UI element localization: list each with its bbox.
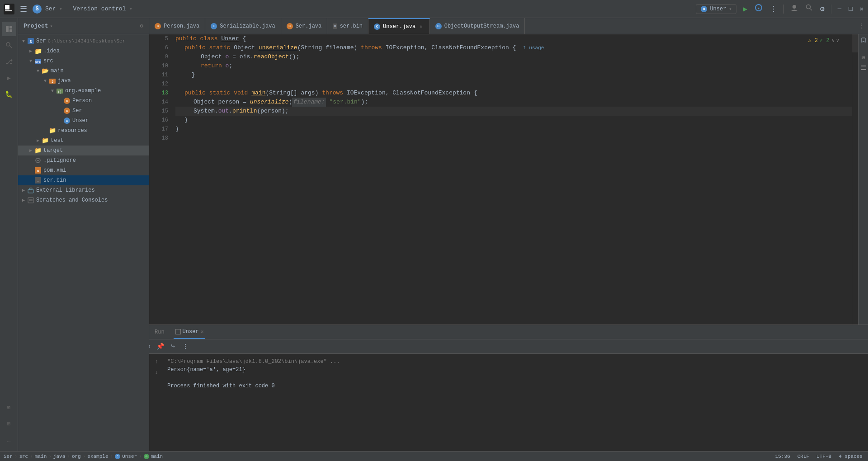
breadcrumb-unser[interactable]: Unser — [122, 454, 137, 459]
project-panel-header: Project ▾ ⚙ — [18, 18, 149, 34]
test-label: test — [51, 137, 64, 144]
ser-bin-arrow — [27, 178, 34, 183]
scroll-up-button[interactable]: ↑ — [152, 358, 161, 367]
bookmarks-panel-btn[interactable] — [859, 36, 868, 44]
breadcrumb: Ser › src › main › java › org › example … — [4, 454, 163, 459]
run-tool-button[interactable]: ▶ — [2, 71, 16, 85]
vcs-tool-button[interactable]: ⎇ — [2, 54, 16, 69]
tree-item-src[interactable]: ▼ src src — [18, 56, 149, 66]
tree-item-external-libs[interactable]: ▶ External Libraries — [18, 185, 149, 195]
tree-item-unser-class[interactable]: C Unser — [18, 116, 149, 126]
unser-run-tab-close[interactable]: ✕ — [201, 329, 204, 334]
structure-tool-button[interactable]: ≋ — [2, 400, 16, 415]
tree-item-test[interactable]: ▶ 📁 test — [18, 136, 149, 146]
tree-item-pom-xml[interactable]: m pom.xml — [18, 165, 149, 175]
tab-serializable-java[interactable]: I Serializable.java — [205, 18, 281, 34]
tree-item-gitignore[interactable]: .gitignore — [18, 155, 149, 165]
tab-more-button[interactable]: ⋮ — [854, 22, 868, 30]
run-config[interactable]: U Unser ▾ — [696, 4, 736, 14]
resources-icon: 📁 — [49, 127, 56, 134]
right-panel: m — [858, 34, 868, 325]
menu-button[interactable]: ☰ — [18, 2, 29, 16]
tree-item-resources[interactable]: 📁 resources — [18, 126, 149, 136]
breadcrumb-src[interactable]: src — [19, 454, 28, 459]
resources-arrow — [42, 128, 49, 133]
more-console-button[interactable]: ⋮ — [180, 342, 190, 351]
title-bar-right: U Unser ▾ ▶ ✦ ⋮ — [696, 3, 864, 15]
find-tool-button[interactable] — [2, 38, 16, 52]
tab-unser-java[interactable]: C Unser.java ✕ — [368, 18, 430, 34]
tree-item-ser-bin[interactable]: = ser.bin — [18, 175, 149, 185]
cursor-position: 15:36 — [775, 454, 790, 459]
coverage-button[interactable]: ✦ — [754, 3, 764, 15]
bottom-tab-run[interactable]: Run — [153, 325, 166, 339]
maximize-button[interactable]: □ — [848, 5, 853, 14]
line-num-11: 11 — [149, 71, 168, 80]
scroll-down-button[interactable]: ↓ — [152, 368, 161, 377]
editor-content: 5 6 9 10 11 12 ▶ 13 14 15 16 17 18 — [149, 34, 868, 325]
project-dropdown-arrow[interactable]: ▾ — [59, 6, 62, 12]
tab-ser-java[interactable]: C Ser.java — [281, 18, 328, 34]
breadcrumb-ser[interactable]: Ser — [4, 454, 13, 459]
breadcrumb-java[interactable]: java — [53, 454, 65, 459]
tab-ser-bin[interactable]: = ser.bin — [327, 18, 368, 34]
tab-outputstream-java[interactable]: C ObjectOutputStream.java — [430, 18, 525, 34]
minimize-button[interactable]: ─ — [837, 5, 842, 14]
wrap-button[interactable]: ⤷ — [169, 342, 178, 351]
svg-text:J: J — [52, 80, 53, 84]
svg-point-11 — [6, 42, 10, 46]
unser-tab-close[interactable]: ✕ — [418, 23, 424, 30]
plugins-button[interactable]: ⊞ — [2, 417, 16, 431]
tree-item-ser-class[interactable]: C Ser — [18, 106, 149, 116]
line-num-9: 9 — [149, 52, 168, 61]
run-button[interactable]: ▶ — [742, 4, 748, 14]
close-button[interactable]: ✕ — [859, 4, 864, 14]
more-tools-button[interactable]: … — [2, 433, 16, 447]
tree-item-main[interactable]: ▼ 📂 main — [18, 66, 149, 76]
line-num-15: 15 — [149, 107, 168, 116]
breadcrumb-org[interactable]: org — [72, 454, 81, 459]
search-everywhere-button[interactable] — [805, 3, 814, 14]
tree-item-idea[interactable]: ▶ 📁 .idea — [18, 46, 149, 56]
tree-item-java[interactable]: ▼ J java — [18, 76, 149, 86]
tree-item-person[interactable]: C Person — [18, 96, 149, 106]
tree-item-target[interactable]: ▶ 📁 target — [18, 146, 149, 155]
warnings-more[interactable]: ∨ — [836, 36, 839, 45]
breadcrumb-main-method[interactable]: main — [151, 454, 163, 459]
java-arrow: ▼ — [42, 79, 49, 84]
run-config-dropdown[interactable]: ▾ — [729, 6, 731, 12]
bottom-toolbar-buttons: ↺ ■ ⎋ 📌 ⤷ ⋮ — [153, 342, 162, 351]
debug-tool-button[interactable]: 🐛 — [2, 87, 16, 101]
find-icon — [5, 41, 13, 49]
bottom-tab-unser[interactable]: Unser ✕ — [174, 325, 206, 339]
pin-button[interactable]: 📌 — [155, 342, 166, 351]
status-line-ending[interactable]: CRLF — [796, 454, 811, 459]
svg-rect-9 — [9, 26, 12, 28]
vc-dropdown-arrow[interactable]: ▾ — [129, 6, 132, 12]
right-marker1 — [861, 66, 866, 66]
status-indent[interactable]: 4 spaces — [837, 454, 864, 459]
code-editor[interactable]: ⚠ 2 ✓ 2 ∧ ∨ public class Unser { public … — [172, 34, 852, 325]
more-options-button[interactable]: ⋮ — [769, 4, 778, 14]
target-icon: 📁 — [34, 147, 42, 154]
tree-item-org-example[interactable]: ▼ () org.example — [18, 86, 149, 96]
tree-item-ser-root[interactable]: ▼ S Ser C:\Users\14341\Desktop\Ser — [18, 36, 149, 46]
project-name: Ser — [45, 5, 56, 12]
breadcrumb-example[interactable]: example — [87, 454, 108, 459]
project-panel-settings[interactable]: ⚙ — [140, 23, 143, 29]
status-encoding[interactable]: UTF-8 — [815, 454, 833, 459]
editor-area: C Person.java I Serializable.java C Ser.… — [149, 18, 868, 451]
breadcrumb-main[interactable]: main — [35, 454, 47, 459]
tab-person-java[interactable]: C Person.java — [149, 18, 205, 34]
minimap-thumb[interactable] — [852, 34, 858, 52]
warnings-expand[interactable]: ∧ — [831, 36, 835, 45]
console-line-4: Process finished with exit code 0 — [167, 382, 864, 390]
settings-button[interactable]: ⚙ — [819, 4, 826, 14]
svg-text:(): () — [58, 90, 61, 94]
project-panel-dropdown[interactable]: ▾ — [50, 24, 53, 29]
restore-button[interactable]: ⎋ — [149, 342, 152, 351]
ser-root-label: Ser — [36, 38, 46, 44]
profile-button[interactable] — [789, 3, 799, 15]
project-tool-button[interactable] — [2, 22, 16, 36]
tree-item-scratches[interactable]: ▶ Scratches and Consoles — [18, 195, 149, 205]
